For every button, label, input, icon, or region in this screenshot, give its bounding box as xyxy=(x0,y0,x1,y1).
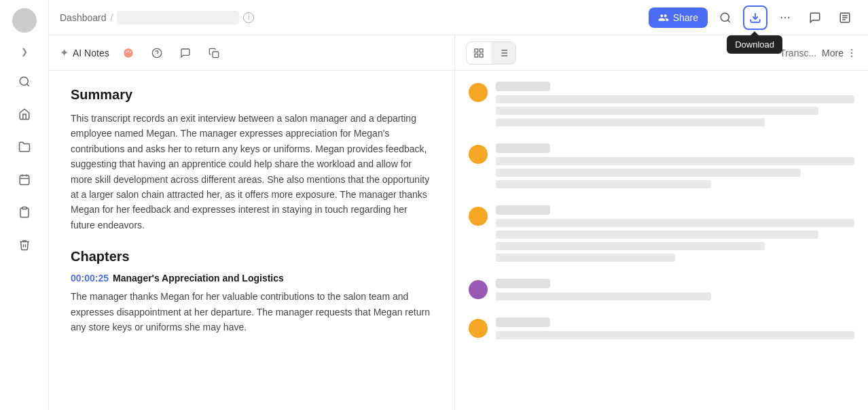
svg-point-35 xyxy=(851,52,852,54)
info-icon[interactable]: i xyxy=(243,12,254,23)
palette-button[interactable] xyxy=(119,44,138,63)
transcript-bubble xyxy=(496,318,854,343)
expand-sidebar-button[interactable]: ❯ xyxy=(16,44,33,60)
avatar xyxy=(12,8,37,33)
transcript-line xyxy=(496,219,854,227)
breadcrumb-current xyxy=(117,11,239,24)
palette-icon xyxy=(123,48,134,58)
breadcrumb: Dashboard / i xyxy=(60,11,643,24)
transcript-item xyxy=(469,318,854,343)
svg-point-36 xyxy=(851,55,852,56)
transcript-line xyxy=(496,331,854,339)
chapter1-heading: 00:00:25 Manager's Appreciation and Logi… xyxy=(71,273,433,284)
list-icon xyxy=(498,48,509,58)
copy-button[interactable] xyxy=(204,44,223,63)
transcript-line xyxy=(496,95,854,103)
transcript-line xyxy=(496,230,818,239)
transcript-label: Transc... xyxy=(780,48,816,58)
calendar-icon xyxy=(18,173,31,186)
svg-rect-6 xyxy=(22,207,26,209)
svg-rect-26 xyxy=(480,54,483,57)
speaker-avatar xyxy=(469,83,488,102)
svg-point-17 xyxy=(124,48,132,57)
download-button[interactable] xyxy=(743,5,767,30)
transcript-item xyxy=(469,82,854,130)
grid-view-button[interactable] xyxy=(467,42,491,64)
sidebar-item-calendar[interactable] xyxy=(11,166,38,193)
speaker-avatar xyxy=(469,207,488,226)
grid-icon xyxy=(473,48,484,58)
transcript-line xyxy=(496,180,711,188)
more-button[interactable]: More xyxy=(822,48,857,58)
view-toggle xyxy=(466,41,516,65)
speaker-avatar xyxy=(469,319,488,338)
chapter1-body: The manager thanks Megan for her valuabl… xyxy=(71,289,433,335)
notes-content: Summary This transcript records an exit … xyxy=(49,71,454,410)
transcript-content xyxy=(455,71,868,410)
clipboard-icon xyxy=(18,206,31,218)
more-horizontal-icon xyxy=(779,12,791,24)
transcript-view-button[interactable] xyxy=(833,5,857,30)
svg-point-0 xyxy=(20,77,28,85)
transcript-bubble xyxy=(496,205,854,265)
svg-point-11 xyxy=(784,16,786,18)
sidebar-item-folder[interactable] xyxy=(11,133,38,160)
svg-rect-23 xyxy=(213,52,219,58)
transcript-bubble xyxy=(496,143,854,192)
notes-panel: ✦ AI Notes xyxy=(49,35,455,410)
svg-rect-24 xyxy=(475,49,478,52)
transcript-line xyxy=(496,169,801,177)
breadcrumb-root: Dashboard xyxy=(60,12,107,23)
speaker-name xyxy=(496,205,550,215)
sidebar-item-clipboard[interactable] xyxy=(11,199,38,226)
speaker-name xyxy=(496,82,550,91)
share-button[interactable]: Share xyxy=(649,7,708,28)
chat-button[interactable] xyxy=(176,44,195,63)
list-view-button[interactable] xyxy=(491,42,516,64)
speaker-name xyxy=(496,318,550,327)
speaker-name xyxy=(496,279,550,288)
comments-icon xyxy=(809,12,821,24)
transcript-panel: Transc... More xyxy=(455,35,868,410)
transcript-line xyxy=(496,292,711,301)
transcript-icon xyxy=(839,12,851,24)
svg-line-8 xyxy=(727,20,729,22)
svg-point-7 xyxy=(721,13,729,21)
sidebar-item-home[interactable] xyxy=(11,101,38,128)
ai-notes-label: ✦ AI Notes xyxy=(60,46,109,59)
notes-toolbar: ✦ AI Notes xyxy=(49,35,454,71)
transcript-item xyxy=(469,205,854,265)
more-options-button[interactable] xyxy=(773,5,797,30)
chapter1-title: Manager's Appreciation and Logistics xyxy=(113,273,284,284)
transcript-line xyxy=(496,242,765,250)
svg-rect-2 xyxy=(20,175,29,185)
search-header-icon xyxy=(719,12,731,24)
sidebar-item-search[interactable] xyxy=(11,68,38,95)
breadcrumb-separator: / xyxy=(111,12,113,23)
ai-notes-text: AI Notes xyxy=(73,48,109,58)
transcript-bubble xyxy=(496,279,854,304)
search-icon xyxy=(18,75,31,88)
sidebar-item-trash[interactable] xyxy=(11,231,38,258)
svg-rect-25 xyxy=(480,49,483,52)
svg-point-19 xyxy=(128,50,129,52)
help-button[interactable] xyxy=(147,44,166,63)
speaker-avatar xyxy=(469,145,488,164)
folder-icon xyxy=(18,141,31,153)
transcript-line xyxy=(496,118,765,126)
ai-star-icon: ✦ xyxy=(60,46,69,59)
share-icon xyxy=(658,12,669,23)
svg-rect-27 xyxy=(475,54,478,57)
speaker-avatar xyxy=(469,280,488,299)
svg-point-20 xyxy=(129,51,130,52)
help-icon xyxy=(151,48,162,58)
download-icon xyxy=(749,12,761,24)
comments-button[interactable] xyxy=(803,5,827,30)
svg-point-10 xyxy=(781,16,782,18)
header: Dashboard / i Share Download xyxy=(49,0,868,35)
transcript-item xyxy=(469,279,854,304)
summary-body: This transcript records an exit intervie… xyxy=(71,111,433,233)
search-header-button[interactable] xyxy=(713,5,738,30)
trash-icon xyxy=(18,239,31,251)
chapter1-timestamp-link[interactable]: 00:00:25 xyxy=(71,273,109,284)
